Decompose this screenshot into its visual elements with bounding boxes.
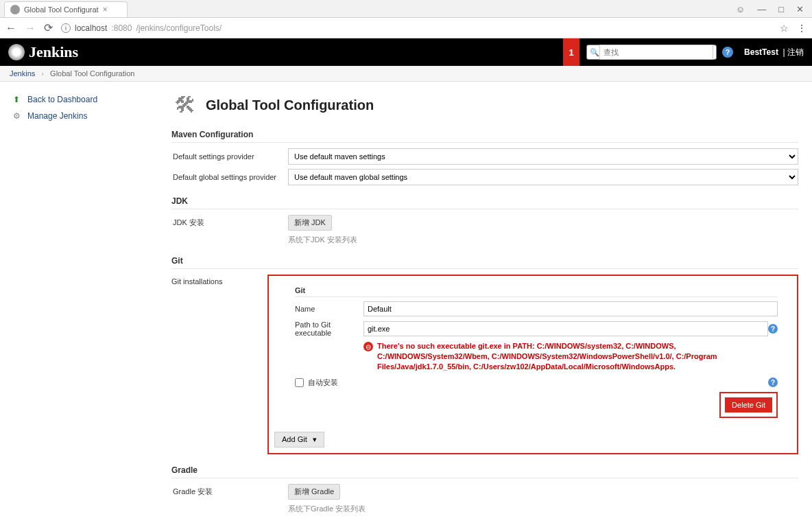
favicon [10, 5, 20, 14]
page-title: Global Tool Configuration [206, 97, 374, 113]
checkbox-auto-install[interactable] [295, 378, 304, 387]
label-auto-install: 自动安装 [308, 377, 338, 388]
window-controls: ☺ — □ ✕ [736, 4, 812, 17]
error-icon: ⊖ [363, 342, 373, 351]
url-port: :8080 [111, 23, 132, 33]
bookmark-icon[interactable]: ☆ [780, 23, 789, 34]
sidebar-manage-jenkins[interactable]: ⚙ Manage Jenkins [7, 108, 151, 124]
add-jdk-button[interactable]: 新增 JDK [288, 215, 332, 231]
add-git-button[interactable]: Add Git ▾ [274, 432, 324, 448]
notification-badge[interactable]: 1 [563, 38, 580, 66]
arrow-up-icon: ⬆ [11, 94, 22, 105]
site-info-icon[interactable]: i [61, 23, 71, 33]
gear-icon: ⚙ [11, 111, 22, 121]
add-gradle-button[interactable]: 新增 Gradle [288, 484, 340, 500]
section-git: Git [171, 256, 798, 269]
jenkins-logo-icon [8, 44, 25, 60]
logout-link[interactable]: 注销 [787, 47, 804, 57]
browser-tab-bar: Global Tool Configurat × ☺ — □ ✕ [0, 0, 812, 18]
label-jdk-install: JDK 安装 [171, 218, 288, 228]
search-icon: 🔍 [590, 48, 599, 57]
minimize-icon[interactable]: — [757, 4, 766, 14]
note-jdk: 系统下JDK 安装列表 [288, 235, 798, 245]
input-git-name[interactable] [363, 301, 778, 316]
close-window-icon[interactable]: ✕ [796, 4, 804, 14]
app-name: Jenkins [29, 43, 78, 61]
breadcrumb-sep: › [41, 69, 44, 78]
reload-icon[interactable]: ⟳ [44, 21, 53, 34]
maximize-icon[interactable]: □ [778, 4, 784, 14]
git-inner-head: Git [295, 284, 778, 297]
address-bar: ← → ⟳ i localhost:8080/jenkins/configure… [0, 18, 812, 38]
git-error-text: There's no such executable git.exe in PA… [377, 341, 778, 372]
tools-icon: 🛠 [171, 91, 199, 119]
user-info: BestTest | 注销 [744, 47, 804, 58]
label-git-path: Path to Git executable [295, 321, 363, 337]
breadcrumb-current: Global Tool Configuration [50, 69, 134, 78]
browser-tab[interactable]: Global Tool Configurat × [4, 1, 128, 17]
label-default-settings: Default settings provider [171, 152, 288, 161]
sidebar-item-label: Manage Jenkins [27, 111, 87, 121]
chevron-down-icon: ▾ [313, 435, 317, 444]
jenkins-header: Jenkins 1 🔍 ? BestTest | 注销 [0, 38, 812, 66]
label-git-name: Name [295, 305, 363, 313]
note-gradle: 系统下Gradle 安装列表 [288, 504, 798, 514]
input-git-path[interactable] [363, 321, 768, 336]
label-gradle-install: Gradle 安装 [171, 487, 288, 497]
back-icon[interactable]: ← [5, 22, 16, 34]
breadcrumb-jenkins[interactable]: Jenkins [10, 69, 35, 78]
jenkins-logo[interactable]: Jenkins [8, 43, 78, 61]
url-field[interactable]: i localhost:8080/jenkins/configureTools/ [61, 23, 772, 33]
tab-close-icon[interactable]: × [103, 5, 108, 14]
sidebar: ⬆ Back to Dashboard ⚙ Manage Jenkins [0, 82, 158, 523]
sidebar-back-dashboard[interactable]: ⬆ Back to Dashboard [7, 91, 151, 108]
delete-git-highlight: Delete Git [719, 392, 778, 418]
git-installation-box: Git Name Path to Git executable ? ⊖ [267, 275, 798, 454]
breadcrumb: Jenkins › Global Tool Configuration [0, 66, 812, 82]
tab-title: Global Tool Configurat [24, 5, 99, 14]
sidebar-item-label: Back to Dashboard [27, 95, 97, 104]
label-git-installations: Git installations [171, 275, 267, 454]
select-default-settings[interactable]: Use default maven settings [288, 148, 798, 165]
user-icon[interactable]: ☺ [736, 4, 745, 14]
add-git-label: Add Git [282, 435, 307, 443]
help-icon[interactable]: ? [768, 324, 778, 334]
help-icon[interactable]: ? [768, 377, 778, 387]
forward-icon: → [25, 22, 36, 34]
url-host: localhost [75, 23, 107, 33]
search-input[interactable] [599, 45, 713, 60]
select-global-settings[interactable]: Use default maven global settings [288, 169, 798, 185]
chrome-menu-icon[interactable]: ⋮ [797, 23, 807, 34]
section-maven-config: Maven Configuration [171, 130, 798, 143]
label-global-settings: Default global settings provider [171, 173, 288, 181]
section-gradle: Gradle [171, 465, 798, 478]
search-box[interactable]: 🔍 [586, 45, 717, 60]
delete-git-button[interactable]: Delete Git [725, 397, 772, 412]
username-link[interactable]: BestTest [744, 47, 778, 57]
section-jdk: JDK [171, 196, 798, 209]
main-content: 🛠 Global Tool Configuration Maven Config… [158, 82, 812, 523]
url-path: /jenkins/configureTools/ [136, 23, 222, 33]
help-icon[interactable]: ? [722, 47, 733, 58]
